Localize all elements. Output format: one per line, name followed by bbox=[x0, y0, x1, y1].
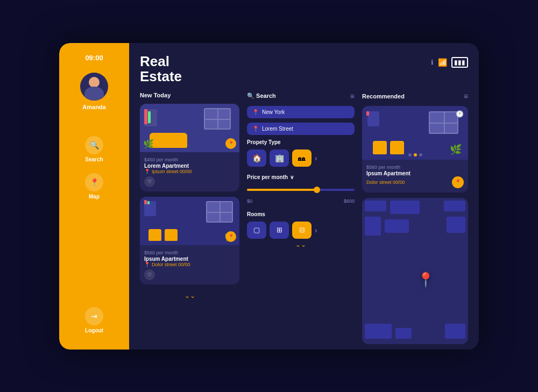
street-search-text: Lorem Street bbox=[262, 126, 349, 132]
city-search-text: New York bbox=[262, 109, 349, 115]
map-block bbox=[365, 217, 381, 236]
map-block bbox=[385, 219, 409, 233]
map-block bbox=[447, 217, 465, 233]
type-more-icon[interactable]: › bbox=[315, 154, 317, 162]
map-background: 📍 bbox=[362, 198, 468, 344]
type-btn-house[interactable]: 🏠 bbox=[247, 149, 266, 167]
rooms-label: Rooms bbox=[247, 211, 355, 217]
map-nav-label: Map bbox=[89, 194, 100, 199]
rooms-section: Rooms ▢ ⊞ ⊟ › bbox=[247, 211, 355, 239]
property-card-2[interactable]: 🌿 📍 $560 per month Ipsum Apartment 📍Dolo… bbox=[140, 197, 239, 284]
favorite-btn-1[interactable]: ♡ bbox=[144, 176, 155, 187]
signal-icon: 📶 bbox=[438, 58, 447, 67]
battery-icon: ▮▮▮ bbox=[451, 57, 468, 68]
room-btn-3[interactable]: ⊟ bbox=[292, 222, 312, 239]
slider-thumb[interactable] bbox=[314, 187, 320, 193]
city-search-icon: 📍 bbox=[252, 109, 259, 115]
map-block bbox=[445, 324, 465, 339]
sidebar-item-search[interactable]: 🔍 Search bbox=[85, 136, 103, 162]
property-actions-2: ♡ bbox=[144, 269, 235, 280]
street-search-icon: 📍 bbox=[252, 126, 259, 132]
property-image-1: 🌿 📍 bbox=[140, 104, 239, 152]
logout-area[interactable]: ⇥ Logout bbox=[85, 307, 103, 339]
app-title-text: Real Estate bbox=[140, 54, 182, 84]
card-1-location-tag[interactable]: 📍 bbox=[225, 138, 236, 149]
map-nav-icon: 📍 bbox=[85, 173, 103, 191]
logout-icon: ⇥ bbox=[85, 307, 103, 325]
room-btn-2[interactable]: ⊞ bbox=[270, 222, 289, 239]
sidebar-username: Amanda bbox=[82, 104, 105, 110]
col-new-today: New Today 🌿 bbox=[140, 92, 239, 344]
sidebar-time: 09:00 bbox=[85, 54, 103, 62]
favorite-btn-2[interactable]: ♡ bbox=[144, 269, 155, 280]
map-block bbox=[365, 201, 386, 211]
map-block bbox=[444, 201, 465, 211]
city-search-bar[interactable]: 📍 New York bbox=[247, 106, 355, 118]
scroll-down-middle: ⌄⌄ bbox=[247, 241, 355, 248]
avatar bbox=[80, 73, 108, 101]
property-info-1: $450 per month Lorem Apartment 📍Ipsum st… bbox=[140, 152, 239, 191]
street-search-bar[interactable]: 📍 Lorem Street bbox=[247, 123, 355, 135]
main-content: Real Estate ℹ 📶 ▮▮▮ New Today bbox=[129, 43, 479, 350]
map-container[interactable]: 📍 bbox=[362, 198, 468, 344]
map-block bbox=[390, 201, 420, 214]
property-price-2: $560 per month bbox=[144, 248, 235, 256]
property-card-1[interactable]: 🌿 📍 $450 per month Lorem Apartment bbox=[140, 104, 239, 191]
room-more-icon[interactable]: › bbox=[315, 226, 317, 234]
price-max: $600 bbox=[344, 198, 355, 204]
property-address-2: 📍Dolor street 00/00 bbox=[144, 262, 235, 267]
dot-1[interactable] bbox=[408, 153, 412, 156]
map-block bbox=[395, 328, 412, 339]
dot-2[interactable] bbox=[414, 153, 417, 156]
type-btn-condo[interactable]: 🏘 bbox=[292, 149, 312, 167]
property-name-2: Ipsum Apartment bbox=[144, 256, 235, 262]
rec-price: $560 per month bbox=[366, 163, 464, 170]
app-title: Real Estate bbox=[140, 54, 182, 84]
recommended-image: 🕐 🌿 bbox=[362, 106, 468, 160]
new-today-title: New Today bbox=[140, 92, 239, 98]
property-type-label: Propety Type bbox=[247, 139, 355, 145]
property-name-1: Lorem Apartment bbox=[144, 163, 235, 169]
scroll-down-left: ⌄⌄ bbox=[140, 292, 239, 300]
info-icon[interactable]: ℹ bbox=[431, 59, 434, 66]
rec-name: Ipsum Apartment bbox=[366, 170, 464, 176]
price-section: Price per month ∨ $0 $600 bbox=[247, 174, 355, 204]
recommended-info: $560 per month Ipsum Apartment Dolor str… bbox=[362, 160, 468, 193]
search-menu-icon[interactable]: ≡ bbox=[350, 92, 355, 101]
property-address-1: 📍Ipsum street 00/00 bbox=[144, 169, 235, 174]
tablet-frame: 09:00 Amanda 🔍 Search 📍 Map ⇥ Logout bbox=[59, 43, 479, 350]
map-pin: 📍 bbox=[417, 272, 434, 288]
col-search: 🔍 Search ≡ 📍 New York 📍 Lorem Street Pro… bbox=[247, 92, 355, 344]
property-actions-1: ♡ bbox=[144, 176, 235, 187]
search-col-title: 🔍 Search ≡ bbox=[247, 92, 355, 101]
recommended-title: Recommended ≡ bbox=[362, 92, 468, 101]
dot-3[interactable] bbox=[419, 153, 422, 156]
sidebar-nav: 🔍 Search 📍 Map bbox=[65, 136, 124, 199]
col-recommended: Recommended ≡ bbox=[362, 92, 468, 344]
map-block bbox=[365, 324, 392, 339]
room-buttons: ▢ ⊞ ⊟ › bbox=[247, 222, 355, 239]
property-image-2: 🌿 📍 bbox=[140, 197, 239, 245]
price-chevron-icon: ∨ bbox=[290, 174, 294, 180]
rec-map-btn[interactable]: 📍 bbox=[452, 176, 464, 188]
logout-label: Logout bbox=[85, 327, 103, 333]
room-btn-1[interactable]: ▢ bbox=[247, 222, 266, 239]
sidebar: 09:00 Amanda 🔍 Search 📍 Map ⇥ Logout bbox=[59, 43, 129, 350]
property-info-2: $560 per month Ipsum Apartment 📍Dolor st… bbox=[140, 245, 239, 284]
card-2-location-tag[interactable]: 📍 bbox=[225, 231, 236, 242]
price-min: $0 bbox=[247, 198, 252, 204]
search-nav-icon: 🔍 bbox=[85, 136, 103, 154]
property-price-1: $450 per month bbox=[144, 155, 235, 163]
columns: New Today 🌿 bbox=[140, 92, 468, 344]
recommended-menu-icon[interactable]: ≡ bbox=[464, 92, 468, 101]
header: Real Estate ℹ 📶 ▮▮▮ bbox=[140, 54, 468, 84]
price-slider[interactable] bbox=[247, 184, 355, 195]
recommended-card[interactable]: 🕐 🌿 bbox=[362, 106, 468, 193]
carousel-dots bbox=[408, 153, 422, 156]
price-label: Price per month ∨ bbox=[247, 174, 355, 180]
property-types: 🏠 🏢 🏘 › bbox=[247, 149, 355, 167]
type-btn-apartment[interactable]: 🏢 bbox=[270, 149, 289, 167]
search-nav-label: Search bbox=[85, 156, 103, 162]
sidebar-item-map[interactable]: 📍 Map bbox=[85, 173, 103, 199]
slider-fill bbox=[247, 189, 317, 191]
